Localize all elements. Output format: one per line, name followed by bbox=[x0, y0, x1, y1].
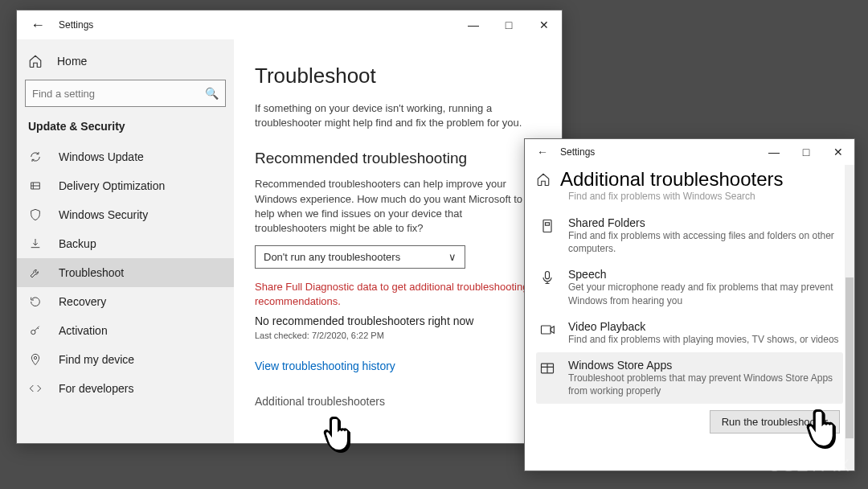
last-checked: Last checked: 7/2/2020, 6:22 PM bbox=[255, 331, 539, 340]
diagnostic-warning: Share Full Diagnostic data to get additi… bbox=[255, 280, 536, 309]
item-title: Speech bbox=[568, 268, 840, 281]
minimize-button[interactable]: ― bbox=[758, 139, 790, 165]
additional-troubleshooters-link[interactable]: Additional troubleshooters bbox=[255, 395, 539, 408]
troubleshooter-speech[interactable]: Speech Get your microphone ready and fix… bbox=[536, 261, 843, 313]
category-header: Update & Security bbox=[17, 118, 234, 142]
backup-icon bbox=[28, 237, 43, 250]
additional-troubleshooters-window: ← Settings ― □ ✕ Additional troubleshoot… bbox=[524, 138, 855, 471]
troubleshooter-mode-dropdown[interactable]: Don't run any troubleshooters ∨ bbox=[255, 245, 465, 269]
sidebar-item-label: Windows Update bbox=[59, 150, 144, 163]
sidebar-item-label: Find my device bbox=[59, 353, 134, 366]
settings-window: ← Settings ― □ ✕ Home 🔍 Update & Securit… bbox=[16, 10, 563, 444]
item-desc: Find and fix problems with accessing fil… bbox=[568, 229, 840, 255]
troubleshooter-windows-store-apps[interactable]: Windows Store Apps Troubleshoot problems… bbox=[536, 352, 843, 404]
maximize-button[interactable]: □ bbox=[491, 12, 526, 38]
content-pane: Troubleshoot If something on your device… bbox=[234, 39, 562, 443]
home-icon bbox=[28, 54, 43, 68]
sidebar-item-windows-security[interactable]: Windows Security bbox=[17, 200, 234, 229]
item-desc: Find and fix problems with playing movie… bbox=[568, 333, 839, 346]
close-button[interactable]: ✕ bbox=[822, 139, 854, 165]
item-title: Shared Folders bbox=[568, 216, 840, 229]
location-icon bbox=[28, 353, 43, 366]
sidebar-item-label: Backup bbox=[59, 237, 96, 250]
key-icon bbox=[28, 324, 43, 337]
back-button[interactable]: ← bbox=[531, 141, 554, 163]
svg-rect-3 bbox=[546, 223, 550, 225]
window-title: Settings bbox=[560, 146, 595, 158]
search-icon: 🔍 bbox=[205, 87, 219, 100]
store-apps-icon bbox=[539, 359, 557, 397]
sidebar-item-label: For developers bbox=[59, 382, 133, 395]
sidebar-item-label: Activation bbox=[59, 324, 108, 337]
minimize-button[interactable]: ― bbox=[456, 12, 491, 38]
delivery-icon bbox=[28, 179, 43, 192]
home-nav[interactable]: Home bbox=[17, 47, 234, 75]
troubleshooter-video-playback[interactable]: Video Playback Find and fix problems wit… bbox=[536, 314, 843, 352]
search-input-wrapper[interactable]: 🔍 bbox=[25, 80, 226, 107]
svg-rect-2 bbox=[543, 220, 551, 232]
sidebar-item-delivery-optimization[interactable]: Delivery Optimization bbox=[17, 171, 234, 200]
home-label: Home bbox=[57, 55, 87, 68]
page-intro: If something on your device isn't workin… bbox=[255, 101, 528, 130]
svg-point-1 bbox=[34, 356, 36, 359]
svg-rect-5 bbox=[542, 326, 551, 334]
home-icon[interactable] bbox=[536, 172, 551, 187]
svg-point-0 bbox=[31, 330, 35, 334]
partial-item-desc: Find and fix problems with Windows Searc… bbox=[536, 191, 843, 202]
titlebar: ← Settings ― □ ✕ bbox=[525, 139, 854, 165]
sidebar-item-windows-update[interactable]: Windows Update bbox=[17, 142, 234, 171]
back-button[interactable]: ← bbox=[27, 14, 49, 36]
titlebar: ← Settings ― □ ✕ bbox=[17, 10, 562, 39]
no-recommended: No recommended troubleshooters right now bbox=[255, 314, 539, 327]
scrollbar[interactable] bbox=[845, 165, 854, 471]
item-desc: Get your microphone ready and fix proble… bbox=[568, 281, 840, 306]
recovery-icon bbox=[28, 295, 43, 308]
sidebar-item-label: Windows Security bbox=[59, 208, 148, 221]
close-button[interactable]: ✕ bbox=[526, 12, 562, 38]
sidebar-item-backup[interactable]: Backup bbox=[17, 229, 234, 258]
item-title: Windows Store Apps bbox=[568, 359, 840, 372]
sidebar: Home 🔍 Update & Security Windows Update … bbox=[17, 39, 234, 443]
sync-icon bbox=[28, 150, 43, 163]
scrollbar-thumb[interactable] bbox=[845, 277, 854, 438]
sidebar-item-recovery[interactable]: Recovery bbox=[17, 287, 234, 316]
page-title: Additional troubleshooters bbox=[560, 168, 784, 191]
chevron-down-icon: ∨ bbox=[448, 251, 457, 263]
sidebar-item-label: Recovery bbox=[59, 295, 106, 308]
code-icon bbox=[28, 382, 43, 395]
shield-icon bbox=[28, 208, 43, 221]
wrench-icon bbox=[28, 266, 43, 279]
sidebar-item-label: Troubleshoot bbox=[59, 266, 124, 279]
run-troubleshooter-button[interactable]: Run the troubleshooter bbox=[710, 410, 840, 434]
item-desc: Troubleshoot problems that may prevent W… bbox=[568, 372, 840, 397]
video-icon bbox=[539, 320, 557, 346]
shared-folders-icon bbox=[539, 216, 557, 255]
svg-rect-4 bbox=[546, 272, 550, 279]
dropdown-value: Don't run any troubleshooters bbox=[264, 251, 400, 263]
search-input[interactable] bbox=[32, 88, 205, 100]
sidebar-item-activation[interactable]: Activation bbox=[17, 316, 234, 345]
sidebar-item-find-my-device[interactable]: Find my device bbox=[17, 345, 234, 374]
maximize-button[interactable]: □ bbox=[790, 139, 822, 165]
page-title: Troubleshoot bbox=[255, 64, 539, 88]
item-title: Video Playback bbox=[568, 320, 839, 333]
sidebar-item-label: Delivery Optimization bbox=[59, 179, 165, 192]
window-title: Settings bbox=[59, 19, 93, 31]
section-title: Recommended troubleshooting bbox=[255, 150, 539, 167]
sidebar-item-troubleshoot[interactable]: Troubleshoot bbox=[17, 258, 234, 287]
sidebar-item-for-developers[interactable]: For developers bbox=[17, 374, 234, 403]
troubleshooter-shared-folders[interactable]: Shared Folders Find and fix problems wit… bbox=[536, 210, 843, 261]
microphone-icon bbox=[539, 268, 557, 306]
page-header: Additional troubleshooters bbox=[536, 168, 843, 191]
view-history-link[interactable]: View troubleshooting history bbox=[255, 360, 539, 372]
section-desc: Recommended troubleshooters can help imp… bbox=[255, 177, 536, 236]
